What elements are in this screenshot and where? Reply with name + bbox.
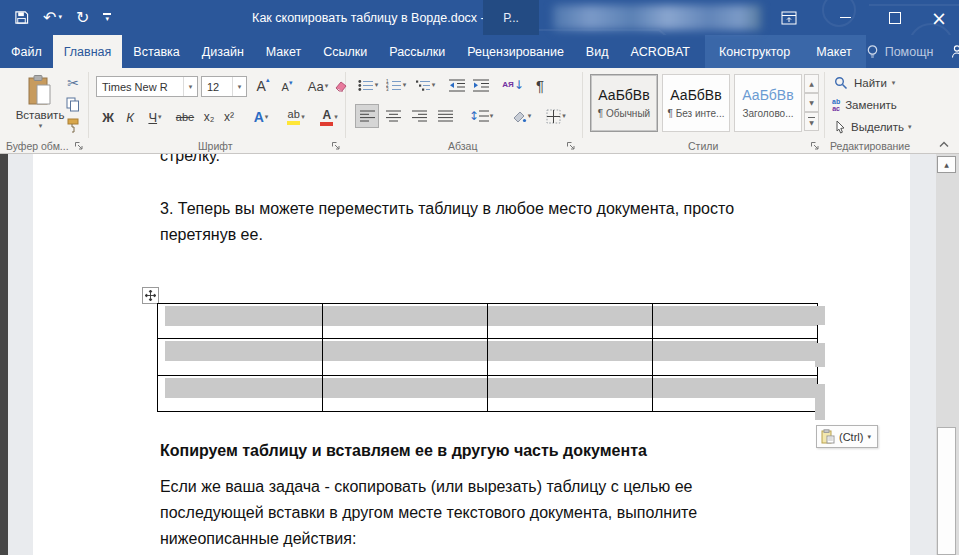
justify-button[interactable]: [433, 104, 457, 128]
maximize-button[interactable]: [874, 0, 916, 35]
tab-references[interactable]: Ссылки: [312, 35, 378, 68]
quick-access-toolbar: ↶▾ ↻ ▾: [14, 0, 111, 35]
align-right-button[interactable]: [407, 104, 431, 128]
style-no-spacing[interactable]: АаБбВв ¶ Без инте...: [662, 74, 730, 132]
replace-icon: abac: [832, 98, 840, 112]
tab-mailings[interactable]: Рассылки: [378, 35, 456, 68]
align-center-button[interactable]: [381, 104, 405, 128]
font-group-label: Шрифт: [198, 140, 233, 152]
table-row[interactable]: [158, 376, 818, 412]
style-heading1[interactable]: АаБбВв Заголово...: [734, 74, 802, 132]
cursor-icon: [835, 120, 846, 134]
clipboard-dialog-launcher[interactable]: [74, 141, 84, 151]
scrollbar-thumb[interactable]: [937, 427, 956, 555]
user-account-label[interactable]: Р...: [483, 0, 539, 35]
tab-design[interactable]: Дизайн: [191, 35, 255, 68]
styles-scroll-down-button[interactable]: ▼: [804, 93, 819, 112]
ribbon-home: Вставить ▾ ✂ Буфер обм... Times New R▾ 1…: [0, 68, 959, 154]
paragraph-copy-table: Если же ваша задача - скопировать (или в…: [160, 474, 697, 552]
table-row[interactable]: [158, 304, 818, 339]
styles-more-button[interactable]: ▼: [804, 112, 819, 131]
document-table[interactable]: [157, 303, 818, 412]
line-spacing-button[interactable]: ↕ ▾: [466, 104, 496, 128]
tab-acrobat[interactable]: ACROBAT: [619, 35, 701, 68]
row-end-selection-mark: [815, 384, 825, 420]
selected-cell-highlight: [488, 378, 652, 398]
tab-home[interactable]: Главная: [53, 35, 123, 68]
select-button[interactable]: Выделить▾: [835, 118, 912, 136]
minimize-button[interactable]: [824, 0, 866, 35]
shading-button[interactable]: ▾: [506, 104, 536, 128]
tell-me-button[interactable]: Помощн: [866, 44, 934, 60]
tab-insert[interactable]: Вставка: [122, 35, 190, 68]
share-person-icon[interactable]: [951, 44, 959, 59]
document-heading: Копируем таблицу и вставляем ее в другую…: [160, 438, 647, 464]
selected-cell-highlight: [165, 306, 322, 326]
show-paragraph-marks-button[interactable]: ¶: [530, 73, 550, 97]
styles-dialog-launcher[interactable]: [810, 141, 820, 151]
undo-button[interactable]: ↶▾: [43, 10, 62, 26]
subscript-button[interactable]: x₂: [199, 106, 219, 128]
increase-indent-button[interactable]: [470, 75, 492, 95]
font-color-button[interactable]: А▾: [315, 106, 343, 128]
customize-qat-button[interactable]: ▾: [103, 13, 111, 23]
font-dialog-launcher[interactable]: [331, 141, 341, 151]
tab-table-design[interactable]: Конструктор: [719, 35, 790, 68]
borders-button[interactable]: ▾: [540, 104, 572, 128]
collapse-ribbon-button[interactable]: [938, 140, 950, 148]
grow-font-button[interactable]: А▴: [252, 75, 274, 97]
tab-file[interactable]: Файл: [0, 35, 53, 68]
styles-group-label: Стили: [688, 140, 718, 152]
paste-options-button[interactable]: (Ctrl) ▾: [816, 425, 878, 448]
find-button[interactable]: Найти▾: [834, 74, 895, 92]
word-window: ↶▾ ↻ ▾ Как скопировать таблицу в Ворде.d…: [0, 0, 959, 555]
tab-layout[interactable]: Макет: [255, 35, 312, 68]
close-button[interactable]: ×: [918, 0, 959, 35]
highlight-color-button[interactable]: ab▾: [280, 106, 312, 128]
tab-table-layout[interactable]: Макет: [816, 35, 851, 68]
decrease-indent-button[interactable]: [446, 75, 468, 95]
align-left-button[interactable]: [355, 104, 379, 128]
styles-scroll-up-button[interactable]: ▲: [804, 74, 819, 93]
redo-button[interactable]: ↻: [76, 10, 89, 26]
document-page[interactable]: стрелку. 3. Теперь вы можете переместить…: [33, 154, 910, 555]
tab-review[interactable]: Рецензирование: [456, 35, 575, 68]
sort-button[interactable]: АЯ ↓: [500, 73, 526, 97]
paragraph-dialog-launcher[interactable]: [566, 141, 576, 151]
numbering-button[interactable]: 123▾: [383, 75, 409, 95]
format-painter-icon[interactable]: [62, 116, 84, 134]
font-name-combobox[interactable]: Times New R▾: [96, 76, 198, 97]
text-effects-button[interactable]: А▾: [247, 106, 275, 128]
style-normal[interactable]: АаБбВв ¶ Обычный: [590, 74, 658, 132]
shrink-font-button[interactable]: А▾: [276, 77, 298, 97]
table-tools-contextual-tabs: Конструктор Макет: [705, 35, 866, 68]
selected-cell-highlight: [653, 306, 817, 326]
table-move-handle-icon[interactable]: [142, 287, 159, 304]
table-row[interactable]: [158, 339, 818, 376]
italic-button[interactable]: К: [120, 106, 140, 128]
row-end-selection-mark: [815, 343, 825, 367]
copy-icon[interactable]: [62, 95, 84, 113]
cut-icon[interactable]: ✂: [62, 74, 84, 92]
paste-options-clipboard-icon: [821, 429, 835, 444]
superscript-button[interactable]: x²: [219, 106, 239, 128]
font-size-combobox[interactable]: 12▾: [201, 76, 247, 97]
selected-cell-highlight: [653, 341, 817, 361]
selected-cell-highlight: [165, 341, 322, 361]
underline-button[interactable]: Ч▾: [142, 106, 168, 128]
change-case-button[interactable]: Aa▾: [303, 75, 333, 97]
bold-button[interactable]: Ж: [98, 106, 118, 128]
scroll-up-arrow[interactable]: ▲: [937, 156, 956, 173]
ribbon-display-options-button[interactable]: [768, 0, 810, 35]
save-icon[interactable]: [14, 10, 29, 25]
window-left-edge: [0, 154, 8, 555]
paste-button[interactable]: Вставить ▾: [14, 72, 66, 132]
replace-button[interactable]: abac Заменить: [832, 96, 897, 114]
vertical-scrollbar[interactable]: ▲: [936, 154, 959, 555]
bullets-button[interactable]: ▾: [355, 75, 381, 95]
clear-formatting-icon[interactable]: [332, 75, 348, 97]
multilevel-list-button[interactable]: ▾: [411, 75, 439, 95]
strikethrough-button[interactable]: abe: [172, 106, 198, 128]
clipboard-icon: [27, 74, 53, 106]
tab-view[interactable]: Вид: [575, 35, 620, 68]
